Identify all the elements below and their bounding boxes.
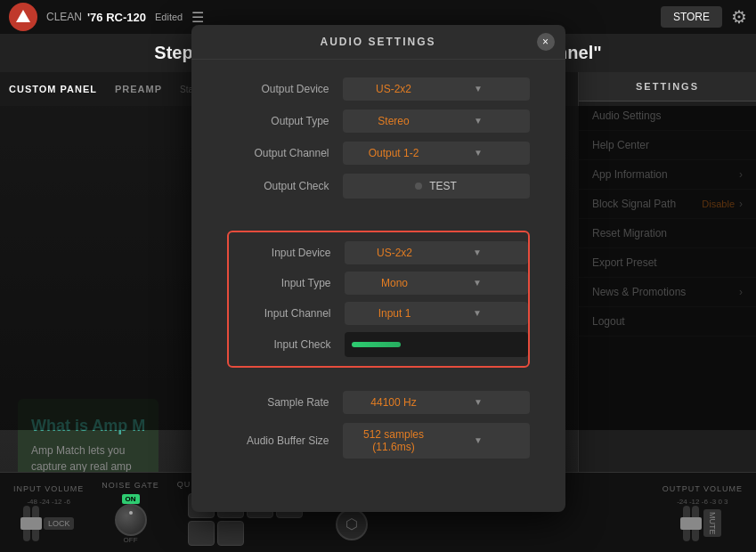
dropdown-arrow: ▼: [436, 308, 519, 318]
noise-gate-label: NOISE GATE: [102, 481, 159, 490]
store-button[interactable]: STORE: [661, 6, 722, 28]
modal-overlay: AUDIO SETTINGS × Output Device US-2x2 ▼ …: [0, 106, 756, 430]
noise-gate-section: NOISE GATE ON OFF: [102, 481, 159, 544]
audio-dialog: AUDIO SETTINGS × Output Device US-2x2 ▼ …: [191, 25, 565, 512]
output-channel-row: Output Channel Output 1-2 ▼: [227, 142, 530, 165]
reverb-icon[interactable]: ⬡: [336, 508, 368, 540]
output-volume-label: OUTPUT VOLUME: [663, 484, 743, 493]
buffer-size-select[interactable]: 512 samples (11.6ms) ▼: [343, 423, 530, 459]
input-channel-row: Input Channel Input 1 ▼: [229, 302, 528, 325]
lock-button[interactable]: LOCK: [44, 517, 75, 530]
output-volume-section: OUTPUT VOLUME -24 -12 -6 -3 0 3 MUTE: [663, 484, 743, 541]
preset-type: CLEAN: [46, 11, 82, 23]
input-device-row: Input Device US-2x2 ▼: [229, 241, 528, 264]
noise-gate-off-badge: OFF: [124, 536, 138, 544]
input-type-select[interactable]: Mono ▼: [345, 272, 528, 295]
output-type-select[interactable]: Stereo ▼: [343, 110, 530, 133]
input-volume-label: INPUT VOLUME: [13, 484, 84, 493]
input-vol-slider2[interactable]: [32, 506, 39, 541]
output-type-row: Output Type Stereo ▼: [227, 110, 530, 133]
snap-btn-5[interactable]: [188, 521, 215, 546]
output-device-row: Output Device US-2x2 ▼: [227, 77, 530, 101]
dialog-body: Output Device US-2x2 ▼ Output Type Stere…: [191, 60, 565, 485]
dropdown-arrow: ▼: [436, 435, 521, 445]
output-check-label: Output Check: [227, 180, 343, 192]
settings-title: SETTINGS: [579, 72, 756, 101]
amp-what-text1: Amp Match lets you: [31, 442, 145, 459]
output-vol-slider2[interactable]: [692, 506, 699, 541]
output-check-row: Output Check TEST: [227, 174, 530, 199]
dropdown-arrow: ▼: [436, 84, 521, 93]
test-dot: [415, 183, 422, 190]
mute-button[interactable]: MUTE: [703, 509, 721, 538]
buffer-size-label: Audio Buffer Size: [227, 434, 343, 447]
sample-rate-row: Sample Rate 44100 Hz ▼: [227, 391, 530, 414]
input-channel-select[interactable]: Input 1 ▼: [345, 302, 528, 325]
output-type-label: Output Type: [227, 115, 343, 127]
app-logo: [9, 3, 37, 31]
svg-marker-0: [16, 10, 30, 22]
output-channel-label: Output Channel: [227, 147, 343, 159]
preamp-tab[interactable]: PREAMP: [115, 84, 162, 94]
snap-btn-6[interactable]: [217, 521, 244, 546]
dialog-title: AUDIO SETTINGS: [320, 36, 435, 48]
dialog-header: AUDIO SETTINGS ×: [191, 25, 565, 60]
sample-rate-select[interactable]: 44100 Hz ▼: [343, 391, 530, 414]
buffer-size-row: Audio Buffer Size 512 samples (11.6ms) ▼: [227, 423, 530, 459]
output-channel-select[interactable]: Output 1-2 ▼: [343, 142, 530, 165]
dropdown-arrow: ▼: [436, 278, 519, 288]
dropdown-arrow: ▼: [436, 397, 521, 407]
input-device-select[interactable]: US-2x2 ▼: [345, 241, 528, 264]
custom-panel-tab[interactable]: CUSTOM PANEL: [9, 84, 97, 94]
menu-icon[interactable]: ☰: [191, 9, 204, 26]
input-device-label: Input Device: [229, 247, 345, 259]
sample-rate-label: Sample Rate: [227, 396, 343, 409]
dropdown-arrow: ▼: [436, 116, 521, 126]
dropdown-arrow: ▼: [436, 148, 521, 158]
input-section: Input Device US-2x2 ▼ Input Type Mono ▼: [227, 231, 530, 368]
output-device-label: Output Device: [227, 83, 343, 95]
input-type-row: Input Type Mono ▼: [229, 272, 528, 295]
gear-icon[interactable]: ⚙: [731, 6, 747, 28]
noise-gate-on-badge: ON: [122, 494, 140, 504]
input-level-indicator: [352, 342, 401, 347]
input-check-label: Input Check: [229, 338, 345, 351]
test-button[interactable]: TEST: [343, 174, 530, 199]
preset-name: '76 RC-120: [87, 11, 146, 24]
input-check-meter: [345, 332, 528, 357]
edited-label: Edited: [155, 12, 183, 22]
dialog-close-button[interactable]: ×: [537, 33, 555, 51]
input-type-label: Input Type: [229, 277, 345, 289]
input-volume-section: INPUT VOLUME -48 -24 -12 -6 LOCK: [13, 484, 84, 541]
input-channel-label: Input Channel: [229, 307, 345, 320]
noise-gate-knob[interactable]: [115, 504, 147, 536]
dropdown-arrow: ▼: [436, 248, 519, 257]
input-check-row: Input Check: [229, 332, 528, 357]
output-device-select[interactable]: US-2x2 ▼: [343, 77, 530, 101]
